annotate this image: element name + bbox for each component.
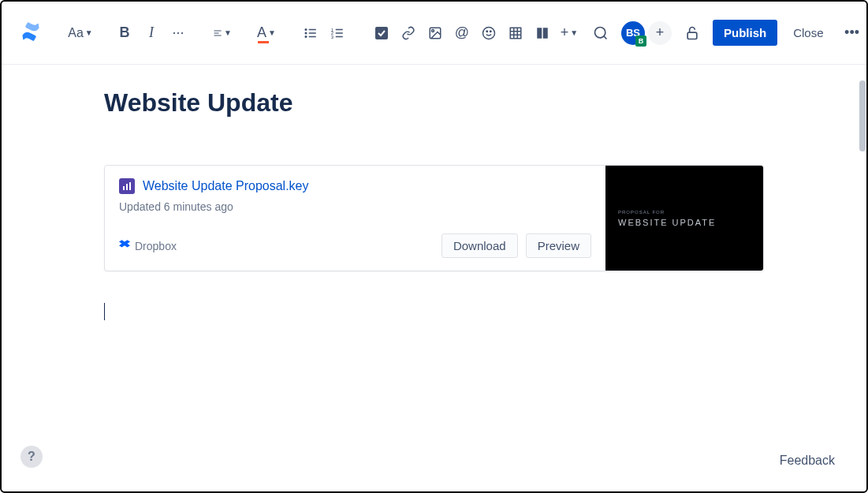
feedback-link[interactable]: Feedback (780, 454, 835, 468)
svg-rect-30 (687, 32, 697, 39)
collaborators: BS B + (621, 21, 672, 45)
more-actions-button[interactable]: ••• (840, 21, 865, 46)
presentation-file-icon (119, 178, 135, 194)
svg-rect-14 (336, 35, 343, 37)
text-style-dropdown[interactable]: Aa ▼ (68, 21, 93, 46)
svg-rect-6 (309, 28, 316, 30)
svg-rect-31 (123, 186, 125, 190)
svg-point-4 (305, 32, 307, 34)
publish-button[interactable]: Publish (713, 20, 777, 46)
chevron-down-icon: ▼ (85, 28, 93, 37)
page-title[interactable]: Website Update (104, 88, 764, 118)
svg-point-17 (432, 29, 434, 32)
svg-line-29 (604, 36, 606, 39)
scrollbar[interactable] (859, 80, 866, 151)
chevron-down-icon: ▼ (268, 28, 276, 37)
svg-point-5 (305, 35, 307, 38)
svg-point-3 (305, 28, 307, 31)
attachment-source-label: Dropbox (135, 240, 177, 252)
close-button[interactable]: Close (785, 20, 831, 46)
text-color-dropdown[interactable]: A▼ (254, 21, 279, 46)
add-collaborator-button[interactable]: + (648, 21, 672, 45)
attachment-filename[interactable]: Website Update Proposal.key (143, 179, 308, 193)
task-button[interactable] (369, 21, 394, 46)
bold-button[interactable]: B (112, 21, 137, 46)
italic-button[interactable]: I (139, 21, 164, 46)
editor-toolbar: Aa ▼ B I ··· ▼ A▼ 123 @ (2, 2, 866, 65)
preview-button[interactable]: Preview (526, 233, 591, 258)
svg-rect-15 (375, 27, 388, 39)
svg-rect-7 (309, 32, 316, 34)
attachment-card[interactable]: Website Update Proposal.key Updated 6 mi… (104, 165, 764, 271)
svg-rect-26 (537, 28, 542, 39)
text-style-label: Aa (68, 26, 84, 40)
svg-rect-13 (336, 32, 343, 34)
svg-rect-12 (336, 28, 343, 30)
numbered-list-button[interactable]: 123 (325, 21, 350, 46)
svg-point-28 (595, 27, 605, 37)
link-button[interactable] (396, 21, 421, 46)
attachment-updated: Updated 6 minutes ago (119, 200, 591, 213)
download-button[interactable]: Download (441, 233, 518, 258)
svg-point-19 (486, 31, 488, 32)
insert-dropdown[interactable]: +▼ (557, 21, 582, 46)
svg-rect-32 (126, 184, 128, 190)
image-button[interactable] (423, 21, 448, 46)
attachment-info: Website Update Proposal.key Updated 6 mi… (105, 166, 605, 271)
table-button[interactable] (503, 21, 528, 46)
search-button[interactable] (588, 21, 613, 46)
svg-point-18 (483, 27, 495, 39)
confluence-logo-icon (20, 21, 41, 45)
more-formatting-button[interactable]: ··· (166, 21, 191, 46)
svg-rect-21 (510, 28, 521, 39)
chevron-down-icon: ▼ (570, 28, 578, 37)
alignment-dropdown[interactable]: ▼ (210, 21, 235, 46)
emoji-button[interactable] (476, 21, 501, 46)
avatar-badge: B (635, 35, 646, 47)
thumbnail-large-text: WEBSITE UPDATE (618, 218, 716, 227)
svg-rect-33 (129, 182, 131, 190)
thumbnail-small-text: PROPOSAL FOR (618, 210, 665, 215)
avatar[interactable]: BS B (621, 21, 645, 45)
mention-button[interactable]: @ (449, 21, 475, 46)
svg-rect-27 (543, 28, 548, 39)
attachment-source: Dropbox (119, 239, 177, 252)
help-button[interactable]: ? (20, 446, 43, 468)
chevron-down-icon: ▼ (224, 28, 232, 37)
svg-text:3: 3 (331, 34, 334, 39)
layout-button[interactable] (530, 21, 555, 46)
svg-point-20 (490, 31, 492, 32)
text-cursor (104, 303, 105, 320)
restrictions-button[interactable] (680, 21, 705, 46)
svg-rect-8 (309, 35, 316, 37)
attachment-thumbnail[interactable]: PROPOSAL FOR WEBSITE UPDATE (605, 166, 763, 271)
bullet-list-button[interactable] (298, 21, 323, 46)
dropbox-icon (119, 239, 130, 252)
editor-content[interactable]: Website Update Website Update Proposal.k… (2, 65, 866, 344)
